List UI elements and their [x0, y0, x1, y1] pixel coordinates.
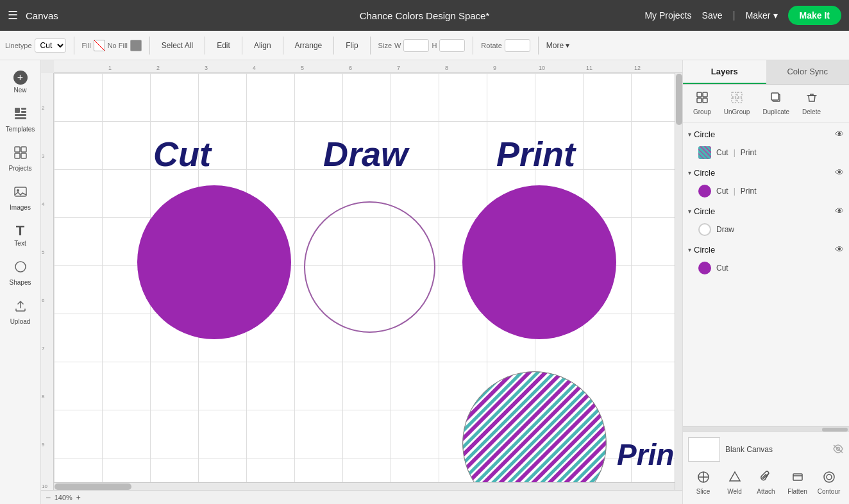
print-label: Print [496, 134, 575, 174]
flip-btn[interactable]: Flip [342, 39, 362, 52]
linetype-select[interactable]: Cut [35, 38, 66, 53]
flatten-btn[interactable]: Flatten [782, 467, 812, 499]
layers-list[interactable]: ▾ Circle 👁 Cut | Print ▾ Circle 👁 [683, 122, 849, 426]
select-all-btn[interactable]: Select All [158, 39, 197, 52]
swatch-striped [698, 146, 711, 159]
sidebar-item-images[interactable]: Images [3, 180, 38, 216]
canvas-area[interactable]: 1 2 3 4 5 6 7 8 9 10 11 12 13 2 3 4 5 6 … [41, 60, 682, 504]
app-title: Canvas [26, 10, 58, 21]
text-icon: T [16, 224, 24, 238]
layer-item-2[interactable]: Cut | Print [683, 181, 849, 201]
w-label: W [394, 42, 401, 49]
w-input[interactable] [403, 39, 429, 52]
arrange-btn[interactable]: Arrange [291, 39, 326, 52]
ruler-horizontal: 1 2 3 4 5 6 7 8 9 10 11 12 13 [54, 60, 682, 73]
scrollbar-v[interactable] [675, 73, 682, 490]
hamburger-icon[interactable]: ☰ [8, 8, 18, 22]
scrollbar-v-thumb [676, 74, 682, 125]
sidebar-item-projects[interactable]: Projects [3, 140, 38, 177]
layer-item-3[interactable]: Draw [683, 220, 849, 239]
weld-btn[interactable]: Weld [719, 467, 750, 499]
eye-icon-1[interactable]: 👁 [835, 129, 844, 139]
layer-item-label-1a: Cut [716, 148, 728, 157]
svg-rect-2 [21, 111, 26, 113]
svg-rect-22 [703, 98, 707, 103]
make-it-button[interactable]: Make It [788, 6, 841, 25]
layers-scroll-bar[interactable] [683, 426, 849, 432]
more-btn[interactable]: More ▾ [546, 41, 569, 50]
ungroup-icon [730, 91, 743, 107]
delete-btn[interactable]: Delete [797, 88, 826, 118]
canvas-content[interactable]: Cut Draw Print [54, 73, 682, 491]
svg-rect-21 [697, 98, 702, 103]
panel-actions: Slice Weld Attach [688, 467, 844, 499]
layer-item-1[interactable]: Cut | Print [683, 143, 849, 162]
my-projects-link[interactable]: My Projects [644, 10, 691, 21]
eye-icon-3[interactable]: 👁 [835, 206, 844, 216]
sidebar-item-upload[interactable]: Upload [3, 294, 38, 330]
ruler-mark-6: 6 [349, 65, 352, 71]
blank-canvas-label: Blank Canvas [725, 445, 773, 454]
rotate-input[interactable] [505, 39, 530, 52]
sep3 [205, 37, 205, 55]
ungroup-btn[interactable]: UnGroup [719, 88, 755, 118]
blank-canvas-eye[interactable] [832, 444, 844, 455]
layer-item-4[interactable]: Cut [683, 258, 849, 278]
canvas-objects: Cut Draw Print [54, 73, 682, 491]
delete-icon [805, 91, 818, 107]
line-color-swatch[interactable] [130, 40, 142, 51]
tab-layers[interactable]: Layers [683, 60, 766, 84]
svg-rect-24 [737, 92, 742, 97]
cut-circle[interactable] [137, 185, 291, 339]
fill-group: Fill No Fill [82, 40, 142, 51]
sidebar-item-new[interactable]: + New [3, 65, 38, 99]
layer-name-3: Circle [694, 206, 832, 216]
panel-tabs: Layers Color Sync [683, 60, 849, 85]
layer-header-2[interactable]: ▾ Circle 👁 [683, 164, 849, 181]
eye-icon-2[interactable]: 👁 [835, 167, 844, 178]
svg-rect-23 [732, 92, 736, 97]
tab-color-sync[interactable]: Color Sync [766, 60, 850, 84]
fill-swatch[interactable] [94, 40, 105, 51]
zoom-in-btn[interactable]: + [76, 493, 81, 502]
print-circle[interactable] [462, 185, 616, 339]
nav-sep: | [732, 10, 735, 21]
h-input[interactable] [439, 39, 465, 52]
expand-icon-2: ▾ [688, 169, 691, 176]
layer-header-3[interactable]: ▾ Circle 👁 [683, 202, 849, 220]
rotate-label: Rotate [481, 42, 501, 49]
layer-header-1[interactable]: ▾ Circle 👁 [683, 125, 849, 143]
ruler-mark-8: 8 [445, 65, 448, 71]
zoom-out-btn[interactable]: – [46, 493, 51, 502]
fill-label: Fill [82, 42, 91, 49]
linetype-label: Linetype [5, 42, 32, 49]
striped-circle[interactable] [462, 371, 607, 491]
align-btn[interactable]: Align [250, 39, 275, 52]
maker-button[interactable]: Maker ▾ [746, 10, 778, 21]
eye-icon-4[interactable]: 👁 [835, 244, 844, 255]
layer-header-4[interactable]: ▾ Circle 👁 [683, 240, 849, 258]
sidebar-item-shapes[interactable]: Shapes [3, 255, 38, 291]
sidebar-item-templates[interactable]: Templates [3, 101, 38, 138]
ruler-mark-11: 11 [586, 65, 593, 71]
layer-name-2: Circle [694, 168, 832, 178]
sidebar-item-text[interactable]: T Text [3, 219, 38, 252]
draw-circle[interactable] [304, 201, 435, 333]
duplicate-btn[interactable]: Duplicate [757, 88, 794, 118]
ruler-v-7: 7 [42, 346, 44, 351]
ruler-vertical: 2 3 4 5 6 7 8 9 10 [41, 73, 54, 504]
layer-name-4: Circle [694, 245, 832, 255]
svg-rect-6 [21, 147, 26, 152]
layer-group-4: ▾ Circle 👁 Cut [683, 240, 849, 278]
save-link[interactable]: Save [702, 10, 723, 21]
scrollbar-h[interactable] [54, 482, 682, 490]
draw-dot-3 [698, 223, 711, 236]
group-btn[interactable]: Group [688, 88, 716, 118]
expand-icon-1: ▾ [688, 131, 691, 138]
contour-btn[interactable]: Contour [814, 467, 844, 499]
attach-btn[interactable]: Attach [751, 467, 781, 499]
layer-group-2: ▾ Circle 👁 Cut | Print [683, 164, 849, 201]
slice-btn[interactable]: Slice [688, 467, 718, 499]
edit-btn[interactable]: Edit [213, 39, 234, 52]
main-area: + New Templates Projects Images T Text [0, 60, 849, 504]
